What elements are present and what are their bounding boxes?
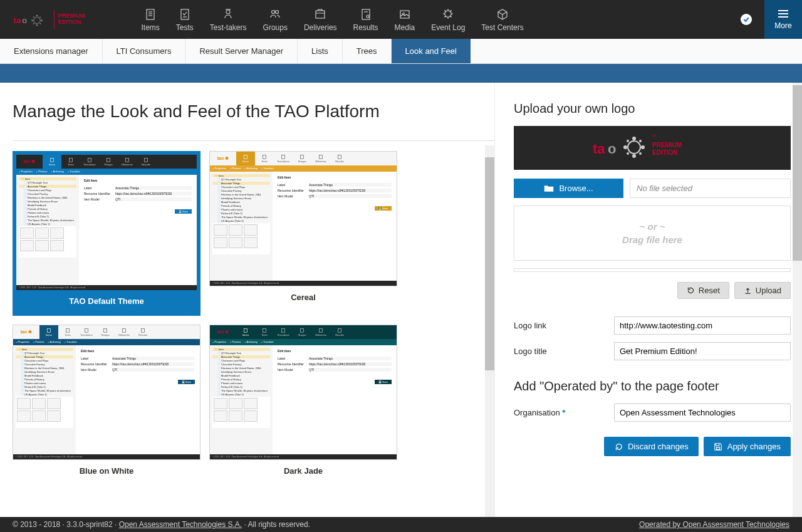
svg-point-22 — [367, 15, 369, 18]
svg-point-17 — [226, 10, 230, 14]
nav-right: More — [741, 0, 802, 39]
svg-text:o: o — [608, 141, 616, 157]
theme-card-dark-jade[interactable]: tao ✱ItemsTestsTest-takersGroupsDeliveri… — [209, 325, 397, 482]
svg-text:ta: ta — [593, 141, 605, 157]
theme-card-blue-on-white[interactable]: tao ✱ItemsTestsTest-takersGroupsDeliveri… — [13, 325, 200, 482]
subnav-item-look-and-feel[interactable]: Look and Feel — [392, 39, 471, 63]
apply-label: Apply changes — [727, 442, 781, 451]
apply-button[interactable]: Apply changes — [704, 437, 791, 456]
undo-icon — [614, 442, 623, 451]
logo-title-row: Logo title — [514, 342, 791, 360]
nav-icon — [441, 7, 455, 21]
theme-caption: TAO Default Theme — [16, 290, 197, 312]
nav-label: Results — [353, 23, 378, 32]
page-title: Manage the Look and Feel of the TAO Plat… — [13, 102, 494, 122]
svg-point-9 — [39, 23, 41, 24]
svg-rect-52 — [338, 329, 341, 333]
browse-row: Browse... No file selected — [514, 179, 791, 198]
nav-items: ItemsTestsTest-takersGroupsDeliveriesRes… — [142, 7, 524, 32]
discard-button[interactable]: Discard changes — [604, 437, 699, 456]
upload-title: Upload your own logo — [514, 102, 791, 116]
svg-rect-34 — [145, 159, 148, 162]
upload-button[interactable]: Upload — [734, 282, 791, 299]
nav-item-event-log[interactable]: Event Log — [431, 7, 465, 32]
subnav-item-result-server-manager[interactable]: Result Server Manager — [185, 39, 298, 63]
svg-point-4 — [41, 19, 43, 21]
organisation-label: Organisation * — [514, 408, 614, 417]
svg-rect-20 — [316, 11, 325, 18]
svg-point-19 — [276, 11, 279, 14]
scrollbar[interactable] — [793, 83, 802, 517]
discard-label: Discard changes — [628, 442, 689, 451]
svg-point-57 — [623, 145, 627, 149]
nav-icon — [496, 7, 509, 21]
nav-label: Deliveries — [304, 23, 337, 32]
svg-rect-45 — [123, 329, 126, 333]
theme-caption: Blue on White — [13, 460, 200, 482]
scrollbar-thumb[interactable] — [793, 85, 802, 261]
svg-rect-46 — [142, 329, 145, 333]
scrollbar-thumb[interactable] — [485, 157, 494, 370]
nav-icon — [268, 7, 282, 21]
nav-item-test-takers[interactable]: Test-takers — [210, 7, 247, 32]
svg-point-2 — [34, 17, 41, 24]
tao-logo-icon: ta o — [13, 7, 50, 32]
nav-item-results[interactable]: Results — [353, 7, 378, 32]
nav-item-test-centers[interactable]: Test Centers — [481, 7, 523, 32]
logo-link-row: Logo link — [514, 316, 791, 335]
nav-item-tests[interactable]: Tests — [176, 7, 194, 32]
theme-panel: Manage the Look and Feel of the TAO Plat… — [0, 83, 495, 517]
reset-label: Reset — [699, 286, 720, 295]
logo-title-input[interactable] — [614, 342, 791, 360]
theme-caption: Cereal — [209, 286, 397, 308]
svg-point-5 — [36, 24, 38, 26]
nav-icon — [178, 7, 192, 21]
nav-label: Test Centers — [481, 23, 523, 32]
browse-button[interactable]: Browse... — [514, 179, 623, 198]
svg-rect-47 — [244, 329, 247, 333]
svg-text:PREMIUM: PREMIUM — [652, 142, 682, 149]
svg-rect-38 — [301, 155, 304, 159]
save-icon — [714, 442, 722, 451]
check-badge-icon[interactable] — [741, 14, 752, 25]
nav-item-groups[interactable]: Groups — [263, 7, 288, 32]
svg-point-53 — [628, 141, 640, 154]
theme-card-cereal[interactable]: tao ✱ItemsTestsTest-takersGroupsDeliveri… — [209, 151, 397, 316]
theme-thumbnail: tao ✱ItemsTestsTest-takersGroupsDeliveri… — [16, 155, 197, 290]
browse-label: Browse... — [559, 184, 593, 193]
reset-button[interactable]: Reset — [677, 282, 729, 299]
theme-thumbnail: tao ✱ItemsTestsTest-takersGroupsDeliveri… — [209, 325, 397, 460]
theme-card-tao-default-theme[interactable]: tao ✱ItemsTestsTest-takersGroupsDeliveri… — [13, 151, 200, 316]
subnav-item-lti-consumers[interactable]: LTI Consumers — [103, 39, 186, 63]
more-label: More — [774, 21, 791, 30]
drag-label: Drag file here — [514, 234, 790, 245]
drag-zone[interactable]: ~ or ~ Drag file here — [514, 206, 791, 261]
sub-nav: Extensions managerLTI ConsumersResult Se… — [0, 39, 802, 64]
svg-text:®: ® — [652, 135, 656, 138]
subnav-item-lists[interactable]: Lists — [298, 39, 343, 63]
svg-point-8 — [39, 16, 41, 18]
svg-point-55 — [641, 145, 645, 149]
content: Manage the Look and Feel of the TAO Plat… — [0, 83, 802, 517]
nav-item-items[interactable]: Items — [142, 7, 160, 32]
svg-rect-43 — [85, 329, 88, 333]
svg-point-10 — [33, 23, 34, 24]
logo-link-input[interactable] — [614, 316, 791, 335]
svg-rect-31 — [88, 159, 91, 162]
organisation-input[interactable] — [614, 404, 791, 422]
more-button[interactable]: More — [764, 0, 802, 39]
logo[interactable]: ta o PREMIUM EDITION — [13, 7, 85, 32]
logo-divider — [54, 10, 55, 29]
svg-rect-44 — [104, 329, 107, 333]
svg-point-18 — [272, 11, 275, 14]
subnav-item-extensions-manager[interactable]: Extensions manager — [0, 39, 103, 63]
scrollbar[interactable] — [485, 145, 494, 517]
subnav-item-trees[interactable]: Trees — [343, 39, 392, 63]
svg-rect-30 — [70, 159, 73, 162]
config-panel: Upload your own logo ta o ® PREMIUM EDIT… — [495, 83, 802, 517]
nav-item-media[interactable]: Media — [395, 7, 415, 32]
hamburger-icon — [777, 9, 789, 19]
nav-item-deliveries[interactable]: Deliveries — [304, 7, 337, 32]
upload-icon — [744, 286, 752, 295]
scroll-up-icon[interactable] — [485, 145, 494, 155]
